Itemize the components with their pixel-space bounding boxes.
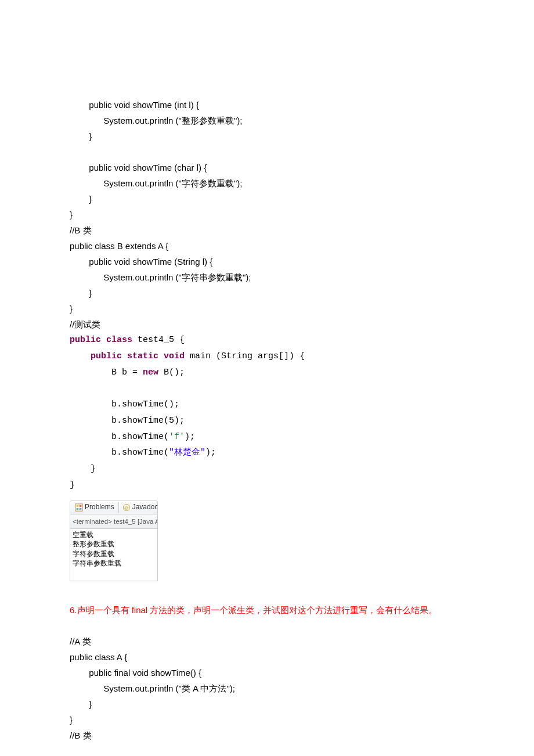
- code-line: System.out.println ("字符串参数重载");: [70, 272, 251, 282]
- console-line: 字符参数重载: [73, 549, 155, 559]
- code-line: }: [70, 131, 92, 141]
- code-text: b.showTime(: [70, 448, 169, 458]
- code-line: System.out.println ("字符参数重载");: [70, 178, 242, 188]
- svg-rect-3: [77, 507, 79, 510]
- ide-console-output: 空重载 整形参数重载 字符参数重载 字符串参数重载: [70, 529, 158, 581]
- code-line: public class B extends A {: [70, 241, 168, 251]
- code-text: main (String args[]) {: [185, 351, 305, 361]
- console-line: 整形参数重载: [73, 539, 155, 549]
- keyword-new: new: [143, 368, 158, 377]
- svg-rect-1: [77, 505, 79, 507]
- code-text: B b =: [70, 368, 143, 377]
- keyword-static: static: [127, 351, 158, 361]
- question-6-heading: 6.声明一个具有 final 方法的类，声明一个派生类，并试图对这个方法进行重写…: [70, 602, 466, 618]
- code-line: public void showTime (int l) {: [70, 100, 199, 110]
- code-line: }: [70, 210, 73, 219]
- code-line: System.out.println ("类 A 中方法");: [70, 683, 235, 693]
- code-line: //B 类: [70, 730, 92, 740]
- code-text: );: [205, 448, 216, 458]
- code-line: //B 类: [70, 225, 92, 235]
- code-line: }: [70, 715, 73, 725]
- keyword-void: void: [164, 351, 185, 361]
- problems-icon: [75, 503, 83, 512]
- javadoc-icon: @: [122, 503, 131, 512]
- code-line: }: [70, 288, 92, 298]
- code-line: //测试类: [70, 319, 100, 329]
- ide-status-bar: <terminated> test4_5 [Java Ap: [70, 514, 158, 530]
- code-line: //A 类: [70, 636, 91, 646]
- document-page: public void showTime (int l) { System.ou…: [0, 0, 534, 756]
- console-line: 空重载: [73, 530, 155, 539]
- status-text: <terminated> test4_5 [Java Ap: [73, 518, 158, 525]
- code-line: }: [70, 480, 75, 490]
- code-block-highlighted: public class test4_5 { public static voi…: [70, 332, 466, 494]
- tab-label: Javadoc: [132, 501, 158, 514]
- code-line: }: [70, 304, 73, 314]
- code-line: b.showTime();: [70, 399, 179, 409]
- console-line: 字符串参数重载: [73, 559, 155, 568]
- tab-javadoc[interactable]: @ Javadoc: [118, 502, 158, 513]
- ide-tabbar: Problems @ Javadoc: [70, 501, 158, 514]
- code-line: }: [70, 464, 96, 474]
- keyword-public: public: [91, 351, 122, 361]
- keyword-public: public: [70, 335, 101, 345]
- svg-rect-4: [80, 507, 82, 510]
- string-literal: "林楚金": [169, 448, 205, 458]
- code-line: public final void showTime() {: [70, 668, 201, 678]
- code-line: public void showTime (String l) {: [70, 257, 212, 267]
- code-block-1: public void showTime (int l) { System.ou…: [70, 81, 466, 332]
- code-line: b.showTime(5);: [70, 416, 185, 426]
- svg-rect-2: [80, 505, 82, 507]
- keyword-class: class: [106, 335, 132, 345]
- char-literal: 'f': [169, 432, 185, 442]
- tab-label: Problems: [85, 501, 114, 514]
- code-line: public class A {: [70, 652, 127, 662]
- tab-problems[interactable]: Problems: [72, 502, 117, 513]
- code-text: B();: [158, 368, 185, 377]
- code-line: }: [70, 194, 92, 204]
- code-text: test4_5 {: [132, 335, 185, 345]
- code-line: public void showTime (char l) {: [70, 163, 207, 172]
- svg-text:@: @: [124, 505, 129, 510]
- code-text: );: [185, 432, 195, 442]
- code-line: }: [70, 699, 92, 709]
- code-text: b.showTime(: [70, 432, 169, 442]
- code-block-q6: //A 类 public class A { public final void…: [70, 618, 466, 743]
- code-line: System.out.println ("整形参数重载");: [70, 116, 242, 125]
- ide-console-panel: Problems @ Javadoc: [70, 501, 158, 581]
